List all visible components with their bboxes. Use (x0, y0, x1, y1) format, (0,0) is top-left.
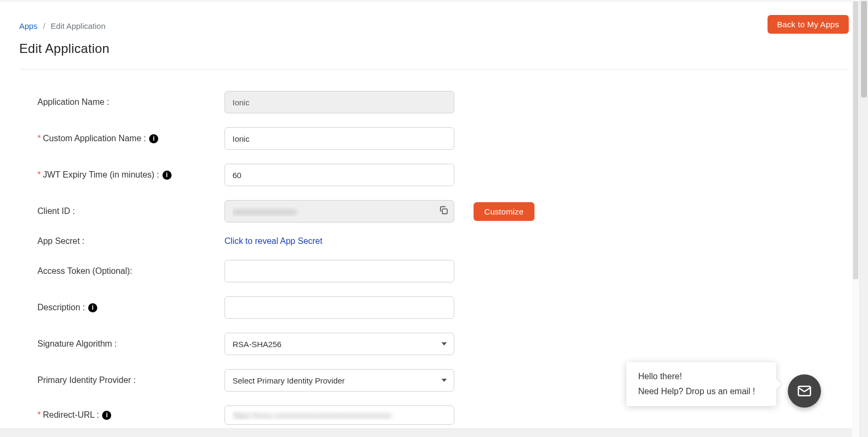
description-input[interactable] (224, 296, 454, 319)
inner-vertical-scrollbar[interactable] (852, 0, 859, 437)
primary-idp-select[interactable]: Select Primary Identity Provider (224, 369, 454, 392)
divider (19, 69, 849, 70)
breadcrumb-apps-link[interactable]: Apps (19, 21, 37, 30)
scrollbar-thumb[interactable] (853, 1, 858, 279)
back-to-apps-button[interactable]: Back to My Apps (768, 15, 849, 34)
breadcrumb-current: Edit Application (51, 21, 106, 30)
app-name-input (224, 91, 454, 113)
jwt-expiry-input[interactable] (224, 164, 454, 186)
signature-algo-label: Signature Algorithm : (37, 339, 224, 349)
description-label: Description : i (37, 303, 224, 312)
chat-fab-button[interactable] (788, 374, 821, 408)
horizontal-scrollbar[interactable] (0, 428, 852, 437)
custom-app-name-label: *Custom Application Name : i (37, 134, 224, 143)
breadcrumb: Apps / Edit Application (19, 15, 105, 30)
info-icon[interactable]: i (102, 411, 111, 420)
reveal-app-secret-link[interactable]: Click to reveal App Secret (224, 236, 322, 246)
info-icon[interactable]: i (88, 303, 97, 312)
outer-vertical-scrollbar[interactable] (859, 0, 868, 437)
info-icon[interactable]: i (162, 171, 172, 180)
jwt-expiry-label: *JWT Expiry Time (in minutes) : i (37, 170, 224, 180)
access-token-input[interactable] (224, 260, 454, 282)
primary-idp-label: Primary Identity Provider : (37, 375, 224, 385)
chat-popup-arrow (776, 379, 781, 389)
app-secret-label: App Secret : (37, 236, 224, 246)
custom-app-name-input[interactable] (224, 127, 454, 150)
access-token-label: Access Token (Optional): (37, 266, 224, 276)
chat-popup: Hello there! Need Help? Drop us an email… (626, 362, 776, 406)
breadcrumb-separator: / (43, 21, 45, 30)
svg-rect-0 (443, 209, 447, 214)
redirect-url-label: *Redirect-URL : i (37, 410, 224, 420)
page-title: Edit Application (19, 41, 849, 56)
scrollbar-thumb[interactable] (861, 1, 867, 97)
redirect-url-input[interactable] (224, 405, 454, 425)
info-icon[interactable]: i (149, 134, 158, 143)
client-id-input (224, 200, 454, 223)
app-name-label: Application Name : (37, 97, 224, 107)
chat-help-text: Need Help? Drop us an email ! (638, 387, 764, 396)
chat-greeting: Hello there! (638, 372, 764, 381)
signature-algo-select[interactable]: RSA-SHA256 (224, 333, 454, 355)
mail-icon (796, 383, 812, 399)
copy-icon[interactable] (438, 205, 449, 218)
client-id-label: Client ID : (37, 206, 224, 216)
customize-button[interactable]: Customize (474, 202, 534, 221)
